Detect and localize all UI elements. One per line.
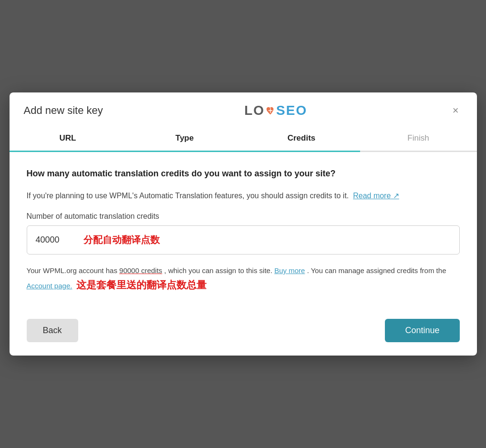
read-more-link[interactable]: Read more ↗ [353,192,399,200]
info-text-part3: . You can manage assigned credits from t… [307,266,446,275]
continue-button[interactable]: Continue [385,319,459,342]
modal-title: Add new site key [24,104,103,117]
description-part1: If you're planning to use WPML's Automat… [27,192,349,200]
buy-more-link[interactable]: Buy more [274,266,305,275]
modal-body: How many automatic translation credits d… [10,152,477,309]
credit-input-wrapper: 40000 分配自动翻译点数 [27,225,460,255]
close-button[interactable]: × [449,103,463,118]
logo-lo-text: LO [244,103,265,118]
credit-input-value[interactable]: 40000 [36,235,74,245]
info-text: Your WPML.org account has 90000 credits … [27,265,460,293]
step-finish: Finish [360,127,477,151]
total-annotation: 这是套餐里送的翻译点数总量 [76,279,207,290]
step-credits: Credits [243,127,360,151]
step-finish-indicator [360,151,477,152]
account-page-link[interactable]: Account page. [27,282,72,290]
step-type-indicator [126,151,243,152]
description-text: If you're planning to use WPML's Automat… [27,190,460,202]
modal-overlay: Add new site key LO SEO × URL Type [0,0,486,448]
credit-annotation: 分配自动翻译点数 [83,234,160,246]
question-title: How many automatic translation credits d… [27,167,460,180]
modal-logo: LO SEO [244,103,307,118]
modal-dialog: Add new site key LO SEO × URL Type [10,92,477,356]
info-text-part1: Your WPML.org account has [27,266,117,275]
logo-seo-text: SEO [276,103,307,118]
credit-amount: 90000 credits [119,266,162,275]
step-url: URL [10,127,126,151]
logo-heart-icon [265,105,276,116]
step-credits-indicator [243,151,360,152]
modal-footer: Back Continue [10,308,477,356]
step-url-indicator [10,151,126,152]
info-text-part2: , which you can assign to this site. [164,266,272,275]
step-type: Type [126,127,243,151]
steps-bar: URL Type Credits Finish [10,127,477,152]
back-button[interactable]: Back [27,319,78,342]
modal-header: Add new site key LO SEO × [10,92,477,127]
field-label: Number of automatic translation credits [27,212,460,221]
